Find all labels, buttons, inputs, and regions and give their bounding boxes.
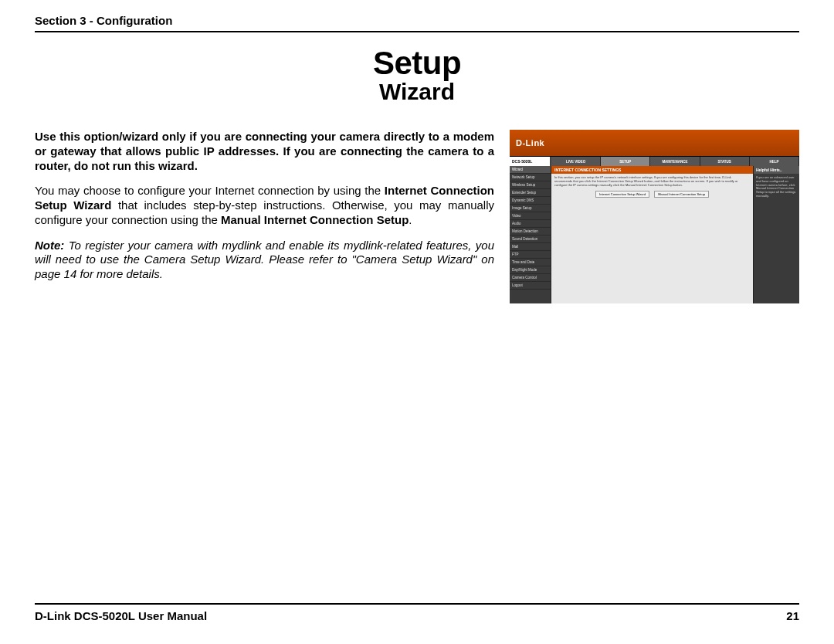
shot-side-item-video[interactable]: Video — [510, 212, 551, 220]
paragraph-note: Note: To register your camera with mydli… — [35, 239, 494, 282]
paragraph-wizard-choice: You may choose to configure your Interne… — [35, 184, 494, 227]
shot-side-item-extender-setup[interactable]: Extender Setup — [510, 189, 551, 197]
shot-tab-help[interactable]: HELP — [750, 157, 799, 166]
embedded-screenshot: D-Link DCS-5020L LIVE VIDEOSETUPMAINTENA… — [510, 130, 799, 303]
page-title-sub: Wizard — [35, 79, 799, 105]
shot-tab-maintenance[interactable]: MAINTENANCE — [650, 157, 700, 166]
shot-side-item-mail[interactable]: Mail — [510, 243, 551, 251]
footer-manual-title: D-Link DCS-5020L User Manual — [35, 609, 207, 622]
shot-banner: D-Link — [510, 130, 799, 157]
shot-side-item-time-and-date[interactable]: Time and Date — [510, 259, 551, 266]
shot-btn-wizard[interactable]: Internet Connection Setup Wizard — [595, 191, 649, 198]
shot-hints-text: If you are an advanced user and have con… — [754, 174, 799, 201]
shot-side-item-day-night-mode[interactable]: Day/Night Mode — [510, 266, 551, 274]
shot-side-item-audio[interactable]: Audio — [510, 220, 551, 228]
shot-side-item-logout[interactable]: Logout — [510, 282, 551, 290]
shot-model-label: DCS-5020L — [510, 157, 551, 166]
section-label: Section 3 - Configuration — [35, 14, 172, 27]
shot-tab-status[interactable]: STATUS — [700, 157, 750, 166]
intro-warning: Use this option/wizard only if you are c… — [35, 130, 494, 173]
shot-hints-title: Helpful Hints.. — [754, 166, 799, 174]
shot-side-item-ftp[interactable]: FTP — [510, 251, 551, 259]
shot-panel-title: INTERNET CONNECTION SETTINGS — [551, 166, 753, 174]
shot-tab-setup[interactable]: SETUP — [601, 157, 650, 166]
shot-sidebar: WizardNetwork SetupWireless SetupExtende… — [510, 166, 551, 303]
body-text-column: Use this option/wizard only if you are c… — [35, 130, 494, 293]
page-footer: D-Link DCS-5020L User Manual 21 — [35, 603, 799, 622]
shot-side-item-camera-control[interactable]: Camera Control — [510, 274, 551, 282]
footer-page-number: 21 — [786, 609, 799, 622]
shot-side-item-dynamic-dns[interactable]: Dynamic DNS — [510, 197, 551, 205]
page-header: Section 3 - Configuration — [35, 14, 799, 32]
shot-hints-panel: Helpful Hints.. If you are an advanced u… — [753, 166, 799, 303]
shot-nav: DCS-5020L LIVE VIDEOSETUPMAINTENANCESTAT… — [510, 157, 799, 166]
shot-btn-manual[interactable]: Manual Internet Connection Setup — [654, 191, 709, 198]
shot-side-item-network-setup[interactable]: Network Setup — [510, 174, 551, 181]
shot-side-item-wireless-setup[interactable]: Wireless Setup — [510, 181, 551, 189]
shot-panel-text: In this section, you can setup the IP ca… — [551, 174, 753, 191]
page-title-main: Setup — [35, 46, 799, 80]
shot-logo: D-Link — [516, 138, 544, 147]
shot-tab-live-video[interactable]: LIVE VIDEO — [551, 157, 601, 166]
shot-main-panel: INTERNET CONNECTION SETTINGS In this sec… — [551, 166, 753, 303]
shot-side-item-wizard[interactable]: Wizard — [510, 166, 551, 174]
shot-side-item-image-setup[interactable]: Image Setup — [510, 205, 551, 212]
shot-side-item-motion-detection[interactable]: Motion Detection — [510, 228, 551, 236]
shot-side-item-sound-detection[interactable]: Sound Detection — [510, 236, 551, 243]
